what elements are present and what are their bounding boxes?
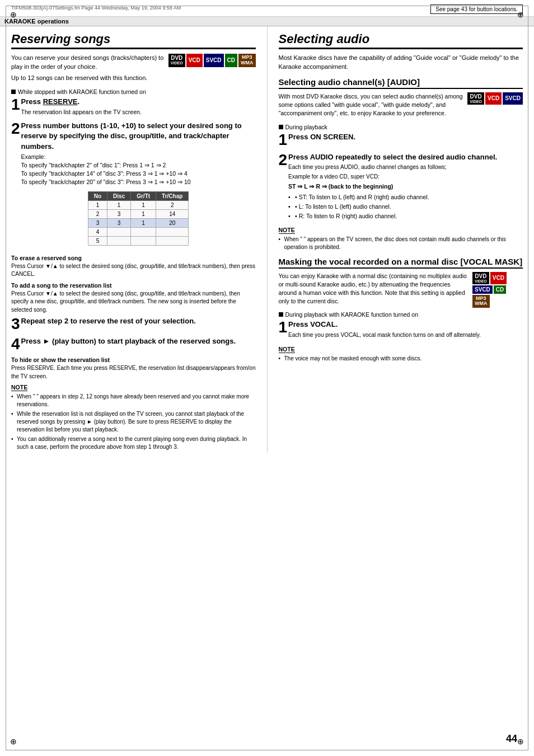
r-step2-example-label: Example for a video CD, super VCD:	[288, 173, 523, 181]
audio-channel-subsection-title: Selecting audio channel(s) [AUDIO]	[279, 77, 523, 89]
step4-block: 4 Press ► (play button) to start playbac…	[11, 336, 256, 352]
r-note2-section: NOTE The voice may not be masked enough …	[279, 346, 523, 363]
r-step2-body: Each time you press AUDIO, audio channel…	[288, 163, 523, 221]
bullet-l: • L: To listen to L (left) audio channel…	[288, 203, 523, 211]
col-no: No	[88, 191, 107, 200]
left-note-title: NOTE	[11, 384, 27, 391]
add-heading: To add a song to the reservation list	[11, 282, 256, 289]
step1-block: 1 Press RESERVE. The reservation list ap…	[11, 97, 256, 116]
svcd-badge: SVCD	[204, 54, 224, 67]
left-note-1: When " " appears in step 2, 12 songs hav…	[11, 393, 256, 408]
erase-heading: To erase a reserved song	[11, 255, 256, 261]
r-step2-heading: Press AUDIO repeatedly to select the des…	[288, 152, 523, 162]
see-page-note: See page 43 for button locations.	[430, 4, 523, 14]
corner-mark-tl: ⊕	[10, 10, 17, 19]
reserving-limit: Up to 12 songs can be reserved with this…	[11, 74, 164, 83]
dvd-badge: DVD VIDEO	[168, 54, 185, 67]
reserving-intro-text: You can reserve your desired songs (trac…	[11, 54, 164, 72]
reserving-intro: You can reserve your desired songs (trac…	[11, 54, 256, 85]
step2-ex2: To specify "track/chapter 14" of "disc 3…	[21, 170, 188, 177]
r-step1b-num: 1	[279, 320, 288, 335]
sub2-badges: DVD VIDEO VCD SVCD CD MP3 WMA	[472, 272, 523, 308]
corner-mark-bl: ⊕	[10, 737, 17, 746]
table-row: 4	[88, 227, 189, 236]
black-square-icon-r	[279, 125, 283, 129]
selecting-audio-section: Selecting audio Most Karaoke discs have …	[267, 26, 523, 453]
file-info: TIFM508-303[A]-07Settings.fm Page 44 Wed…	[11, 4, 181, 12]
step2-ex1: To specify "track/chapter 2" of "disc 1"…	[21, 162, 166, 168]
r-step2-num: 2	[279, 152, 288, 168]
add-body: Press Cursor ▼/▲ to select the desired s…	[11, 290, 256, 314]
left-notes: When " " appears in step 2, 12 songs hav…	[11, 393, 256, 451]
r-step1-block: 1 Press ON SCREEN.	[279, 132, 523, 148]
step4-num: 4	[11, 336, 20, 352]
left-note-2: While the reservation list is not displa…	[11, 410, 256, 434]
add-section: To add a song to the reservation list Pr…	[11, 282, 256, 314]
r-step1-heading: Press ON SCREEN.	[288, 132, 523, 142]
hide-body: Press RESERVE. Each time you press RESER…	[11, 364, 256, 381]
sub1-badges: DVD VIDEO VCD SVCD	[467, 92, 523, 120]
left-note-3: You can additionally reserve a song next…	[11, 435, 256, 451]
r-note1: When " " appears on the TV screen, the d…	[279, 236, 523, 251]
during-playback-label: During playback	[279, 124, 523, 130]
col-disc: Disc	[107, 191, 131, 200]
step1-num: 1	[11, 97, 20, 112]
reserving-songs-section: Reserving songs You can reserve your des…	[11, 26, 256, 453]
step3-num: 3	[11, 316, 20, 332]
step1-heading: Press RESERVE.	[21, 97, 256, 107]
mp3-wma-badge: MP3 WMA	[238, 54, 256, 67]
sub1-intro-text: With most DVD Karaoke discs, you can sel…	[279, 92, 463, 118]
page-number: 44	[506, 733, 517, 745]
vcd-badge-r2: VCD	[490, 272, 507, 284]
bullet-st: • ST: To listen to L (left) and R (right…	[288, 193, 523, 201]
table-row: 1112	[88, 200, 189, 209]
sub2-intro-text: You can enjoy Karaoke with a normal disc…	[279, 272, 469, 306]
step2-num: 2	[11, 121, 20, 137]
vocal-mask-subsection-title: Masking the vocal recorded on a normal d…	[279, 257, 523, 269]
hide-heading: To hide or show the reservation list	[11, 356, 256, 363]
step2-block: 2 Press number buttons (1-10, +10) to se…	[11, 121, 256, 250]
left-note-section: NOTE When " " appears in step 2, 12 song…	[11, 384, 256, 451]
corner-mark-br: ⊕	[517, 737, 524, 746]
step1-body: The reservation list appears on the TV s…	[21, 108, 256, 116]
dvd-badge-r2: DVD VIDEO	[472, 272, 489, 284]
dvd-badge-r: DVD VIDEO	[467, 92, 484, 105]
step4-heading: Press ► (play button) to start playback …	[21, 336, 256, 346]
hide-section: To hide or show the reservation list Pre…	[11, 356, 256, 381]
table-row-highlight: 33120	[88, 218, 189, 227]
vcd-badge: VCD	[186, 54, 203, 67]
step2-example-label: Example: To specify "track/chapter 2" of…	[21, 153, 256, 187]
black-square-icon	[11, 90, 16, 94]
selecting-audio-intro: Most Karaoke discs have the capability o…	[279, 54, 523, 72]
selecting-audio-title: Selecting audio	[279, 32, 523, 49]
r-note2-item: The voice may not be masked enough with …	[279, 355, 523, 363]
reserving-songs-title: Reserving songs	[11, 32, 256, 49]
cd-badge: CD	[225, 54, 237, 67]
step3-heading: Repeat step 2 to reserve the rest of you…	[21, 316, 256, 326]
table-row: 5	[88, 236, 189, 245]
r-note1-title: NOTE	[279, 227, 295, 234]
r-step2-block: 2 Press AUDIO repeatedly to select the d…	[279, 152, 523, 222]
r-note2: The voice may not be masked enough with …	[279, 355, 523, 363]
cd-badge-r2: CD	[494, 285, 506, 294]
corner-mark-tr: ⊕	[517, 10, 524, 19]
page-header: TIFM508-303[A]-07Settings.fm Page 44 Wed…	[0, 0, 534, 17]
r-step1b-heading: Press VOCAL.	[288, 320, 523, 330]
r-note1-section: NOTE When " " appears on the TV screen, …	[279, 227, 523, 251]
r-note2-title: NOTE	[279, 346, 295, 353]
r-note1-item: When " " appears on the TV screen, the d…	[279, 236, 523, 251]
step2-ex3: To specify "track/chapter 20" of "disc 3…	[21, 179, 191, 185]
r-step2-flow: ST ⇒ L ⇒ R ⇒ (back to the beginning)	[288, 182, 523, 191]
mp3-wma-badge-r2: MP3 WMA	[472, 295, 490, 308]
during-playback2-label: During playback with KARAOKE function tu…	[279, 311, 523, 318]
r-step2-bullets: • ST: To listen to L (left) and R (right…	[288, 193, 523, 221]
col-tr: Tr/Chap	[156, 191, 189, 200]
while-stopped-label: While stopped with KARAOKE function turn…	[11, 88, 256, 95]
erase-section: To erase a reserved song Press Cursor ▼/…	[11, 255, 256, 279]
col-gr: Gr/Tt	[131, 191, 156, 200]
erase-body: Press Cursor ▼/▲ to select the desired s…	[11, 262, 256, 279]
sub1-intro-area: With most DVD Karaoke discs, you can sel…	[279, 92, 523, 120]
r-step1-num: 1	[279, 132, 288, 148]
svcd-badge-r: SVCD	[503, 92, 523, 105]
reservation-table: No Disc Gr/Tt Tr/Chap 1112 23114	[88, 191, 189, 246]
